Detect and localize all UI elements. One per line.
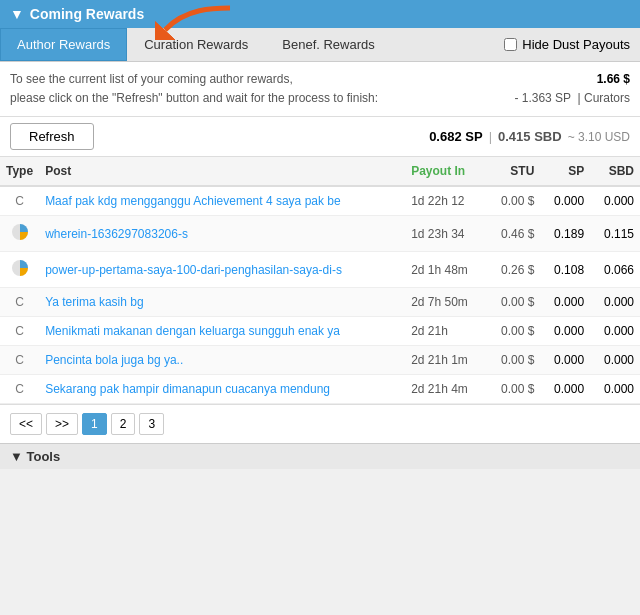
- row-sbd: 0.000: [590, 375, 640, 404]
- rewards-table: Type Post Payout In STU SP SBD CMaaf pak…: [0, 157, 640, 404]
- row-post[interactable]: Ya terima kasih bg: [39, 288, 405, 317]
- row-type: C: [0, 317, 39, 346]
- table-row: CPencinta bola juga bg ya..2d 21h 1m0.00…: [0, 346, 640, 375]
- row-payout-in: 1d 22h 12: [405, 186, 486, 216]
- row-stu: 0.00 $: [487, 317, 541, 346]
- refresh-button[interactable]: Refresh: [10, 123, 94, 150]
- col-type: Type: [0, 157, 39, 186]
- pagination: << >> 1 2 3: [0, 404, 640, 443]
- table-row: CMaaf pak kdg mengganggu Achievement 4 s…: [0, 186, 640, 216]
- info-section: To see the current list of your coming a…: [0, 62, 640, 117]
- row-sp: 0.000: [540, 288, 590, 317]
- row-sbd: 0.000: [590, 186, 640, 216]
- dropdown-arrow-icon: ▼: [10, 6, 24, 22]
- col-post: Post: [39, 157, 405, 186]
- row-sbd: 0.066: [590, 252, 640, 288]
- next-page-button[interactable]: >>: [46, 413, 78, 435]
- row-stu: 0.26 $: [487, 252, 541, 288]
- row-stu: 0.00 $: [487, 186, 541, 216]
- col-sbd: SBD: [590, 157, 640, 186]
- row-post[interactable]: Maaf pak kdg mengganggu Achievement 4 sa…: [39, 186, 405, 216]
- row-payout-in: 1d 23h 34: [405, 216, 486, 252]
- hide-dust-container: Hide Dust Payouts: [504, 37, 640, 52]
- col-stu: STU: [487, 157, 541, 186]
- page-2-button[interactable]: 2: [111, 413, 136, 435]
- row-sp: 0.000: [540, 346, 590, 375]
- divider: |: [489, 129, 492, 144]
- info-sp-curators: - 1.363 SP | Curators: [514, 89, 630, 108]
- usd-value: ~ 3.10 USD: [568, 130, 630, 144]
- row-sp: 0.000: [540, 375, 590, 404]
- info-text: To see the current list of your coming a…: [10, 70, 378, 108]
- row-stu: 0.00 $: [487, 288, 541, 317]
- row-sbd: 0.115: [590, 216, 640, 252]
- tab-benef-rewards[interactable]: Benef. Rewards: [265, 28, 392, 61]
- summary-values: 0.682 SP | 0.415 SBD ~ 3.10 USD: [429, 129, 630, 144]
- row-post[interactable]: Pencinta bola juga bg ya..: [39, 346, 405, 375]
- table-row: CYa terima kasih bg2d 7h 50m0.00 $0.0000…: [0, 288, 640, 317]
- table-row: CMenikmati makanan dengan keluarga sungg…: [0, 317, 640, 346]
- tab-author-rewards[interactable]: Author Rewards: [0, 28, 127, 61]
- page-3-button[interactable]: 3: [139, 413, 164, 435]
- row-post[interactable]: Menikmati makanan dengan keluarga sunggu…: [39, 317, 405, 346]
- table-row: CSekarang pak hampir dimanapun cuacanya …: [0, 375, 640, 404]
- row-post[interactable]: power-up-pertama-saya-100-dari-penghasil…: [39, 252, 405, 288]
- refresh-section: Refresh 0.682 SP | 0.415 SBD ~ 3.10 USD: [0, 117, 640, 156]
- sp-value: 0.682 SP: [429, 129, 483, 144]
- row-stu: 0.00 $: [487, 346, 541, 375]
- pie-chart-icon: [11, 223, 29, 241]
- tab-curation-rewards[interactable]: Curation Rewards: [127, 28, 265, 61]
- tools-bar: ▼ Tools: [0, 443, 640, 469]
- row-type: C: [0, 288, 39, 317]
- row-payout-in: 2d 1h 48m: [405, 252, 486, 288]
- tools-label: ▼ Tools: [10, 449, 60, 464]
- row-sbd: 0.000: [590, 288, 640, 317]
- sbd-value: 0.415 SBD: [498, 129, 562, 144]
- table-row: wherein-1636297083206-s1d 23h 340.46 $0.…: [0, 216, 640, 252]
- row-sbd: 0.000: [590, 317, 640, 346]
- row-payout-in: 2d 21h: [405, 317, 486, 346]
- info-values: 1.66 $ - 1.363 SP | Curators: [514, 70, 630, 108]
- row-type: C: [0, 186, 39, 216]
- row-sbd: 0.000: [590, 346, 640, 375]
- col-sp: SP: [540, 157, 590, 186]
- row-post[interactable]: wherein-1636297083206-s: [39, 216, 405, 252]
- row-sp: 0.000: [540, 317, 590, 346]
- rewards-table-container: Type Post Payout In STU SP SBD CMaaf pak…: [0, 157, 640, 404]
- prev-page-button[interactable]: <<: [10, 413, 42, 435]
- coming-rewards-header: ▼ Coming Rewards: [0, 0, 640, 28]
- page-1-button[interactable]: 1: [82, 413, 107, 435]
- coming-rewards-title: Coming Rewards: [30, 6, 144, 22]
- row-payout-in: 2d 21h 4m: [405, 375, 486, 404]
- row-type: [0, 216, 39, 252]
- row-stu: 0.00 $: [487, 375, 541, 404]
- row-stu: 0.46 $: [487, 216, 541, 252]
- row-type: C: [0, 346, 39, 375]
- row-type: C: [0, 375, 39, 404]
- pie-chart-icon: [11, 259, 29, 277]
- row-sp: 0.000: [540, 186, 590, 216]
- hide-dust-label: Hide Dust Payouts: [522, 37, 630, 52]
- row-post[interactable]: Sekarang pak hampir dimanapun cuacanya m…: [39, 375, 405, 404]
- row-sp: 0.108: [540, 252, 590, 288]
- row-payout-in: 2d 21h 1m: [405, 346, 486, 375]
- row-type: [0, 252, 39, 288]
- row-sp: 0.189: [540, 216, 590, 252]
- tabs-bar: Author Rewards Curation Rewards Benef. R…: [0, 28, 640, 62]
- col-payout-in: Payout In: [405, 157, 486, 186]
- row-payout-in: 2d 7h 50m: [405, 288, 486, 317]
- hide-dust-checkbox[interactable]: [504, 38, 517, 51]
- table-row: power-up-pertama-saya-100-dari-penghasil…: [0, 252, 640, 288]
